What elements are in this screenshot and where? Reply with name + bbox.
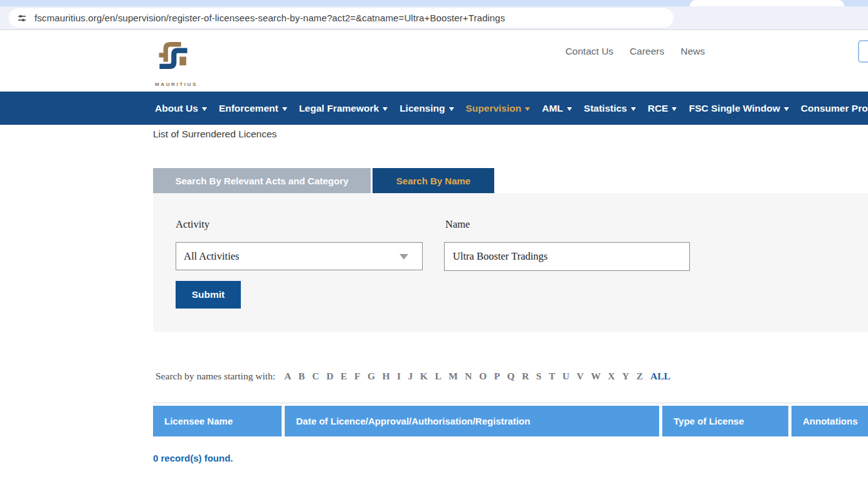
search-tabs: Search By Relevant Acts and Category Sea… — [153, 168, 868, 193]
letter-link[interactable]: T — [549, 371, 555, 382]
letter-link[interactable]: O — [479, 371, 487, 382]
page-content: List of Surrendered Licences Search By R… — [0, 129, 868, 463]
letter-link[interactable]: L — [435, 371, 441, 382]
letter-link[interactable]: E — [341, 371, 347, 382]
letter-link[interactable]: S — [536, 371, 542, 382]
header-link[interactable]: Careers — [630, 46, 664, 57]
letter-link[interactable]: P — [494, 371, 500, 382]
main-navigation: About Us Enforcement Legal Framework Lic… — [0, 92, 868, 125]
chevron-down-icon — [449, 107, 454, 111]
alphabet-filter-label: Search by names starting with: — [156, 371, 275, 382]
letter-link[interactable]: A — [284, 371, 291, 382]
nav-item[interactable]: Licensing — [400, 103, 453, 114]
letter-link[interactable]: F — [354, 371, 360, 382]
fsc-logo-icon — [155, 38, 189, 78]
letter-link[interactable]: K — [420, 371, 428, 382]
letter-link[interactable]: G — [368, 371, 375, 382]
search-form-panel: Activity Name All Activities Submit — [153, 193, 868, 332]
records-found-text: 0 record(s) found. — [153, 453, 868, 463]
letter-link[interactable]: Q — [507, 371, 515, 382]
header-links: Contact UsCareersNews — [565, 46, 705, 57]
nav-item[interactable]: Legal Framework — [299, 103, 388, 114]
header-link[interactable]: News — [680, 46, 705, 57]
activity-select-value: All Activities — [184, 250, 239, 263]
url-text: fscmauritius.org/en/supervision/register… — [34, 13, 505, 23]
browser-tabstrip — [0, 0, 868, 6]
letter-link[interactable]: V — [577, 371, 584, 382]
chevron-down-icon — [672, 107, 677, 111]
letter-link[interactable]: M — [448, 371, 458, 382]
site-header: MAURITIUS Contact UsCareersNews — [0, 30, 868, 92]
table-column-header[interactable]: Licensee Name — [153, 406, 282, 436]
alphabet-filter: Search by names starting with: ABCDEFGHI… — [156, 371, 868, 382]
letter-link[interactable]: J — [408, 371, 413, 382]
activity-label: Activity — [176, 218, 209, 231]
header-search-box[interactable] — [858, 40, 868, 63]
chevron-down-icon — [631, 107, 636, 111]
header-link[interactable]: Contact Us — [565, 46, 613, 57]
chevron-down-icon — [567, 107, 572, 111]
letter-link[interactable]: Y — [622, 371, 629, 382]
letter-link[interactable]: H — [382, 371, 389, 382]
letter-link[interactable]: W — [591, 371, 601, 382]
page-title: List of Surrendered Licences — [153, 129, 868, 140]
name-label: Name — [445, 218, 470, 231]
chevron-down-icon — [202, 107, 207, 111]
chevron-down-icon — [525, 107, 530, 111]
letter-link[interactable]: Z — [637, 371, 643, 382]
tab-search-by-acts[interactable]: Search By Relevant Acts and Category — [153, 168, 371, 193]
results-table-header: Licensee NameDate of Licence/Approval/Au… — [153, 406, 868, 436]
address-bar[interactable]: fscmauritius.org/en/supervision/register… — [9, 8, 674, 28]
all-link[interactable]: ALL — [650, 371, 670, 382]
nav-item[interactable]: Consumer Protection — [801, 103, 868, 114]
site-settings-icon[interactable] — [17, 13, 27, 23]
submit-button[interactable]: Submit — [176, 281, 241, 309]
activity-select[interactable]: All Activities — [176, 242, 423, 270]
table-column-header[interactable]: Annotations — [791, 406, 868, 436]
browser-toolbar: fscmauritius.org/en/supervision/register… — [0, 6, 868, 30]
nav-item[interactable]: FSC Single Window — [689, 103, 788, 114]
browser-tab[interactable] — [690, 0, 844, 6]
table-column-header[interactable]: Date of Licence/Approval/Authorisation/R… — [285, 406, 659, 436]
chevron-down-icon — [784, 107, 789, 111]
letter-link[interactable]: B — [299, 371, 305, 382]
letter-link[interactable]: R — [522, 371, 529, 382]
tab-search-by-name[interactable]: Search By Name — [373, 168, 494, 193]
letter-link[interactable]: I — [397, 371, 401, 382]
letter-link[interactable]: D — [326, 371, 333, 382]
nav-item[interactable]: Statistics — [584, 103, 636, 114]
letter-link[interactable]: U — [563, 371, 569, 382]
nav-item[interactable]: AML — [542, 103, 572, 114]
letter-link[interactable]: N — [465, 371, 472, 382]
table-divider — [153, 403, 868, 403]
nav-item[interactable]: About Us — [155, 103, 207, 114]
letter-link[interactable]: X — [608, 371, 615, 382]
chevron-down-icon — [282, 107, 287, 111]
dropdown-arrow-icon — [400, 254, 408, 260]
alphabet-letters: ABCDEFGHIJKLMNOPQRSTUVWXYZ — [284, 371, 643, 382]
nav-item[interactable]: Enforcement — [219, 103, 287, 114]
logo-caption: MAURITIUS — [155, 82, 199, 87]
name-input[interactable] — [444, 242, 690, 271]
chevron-down-icon — [383, 107, 388, 111]
nav-item[interactable]: Supervision — [466, 103, 531, 114]
letter-link[interactable]: C — [312, 371, 319, 382]
fsc-logo[interactable]: MAURITIUS — [155, 38, 199, 87]
nav-item[interactable]: RCE — [648, 103, 677, 114]
table-column-header[interactable]: Type of License — [662, 406, 788, 436]
